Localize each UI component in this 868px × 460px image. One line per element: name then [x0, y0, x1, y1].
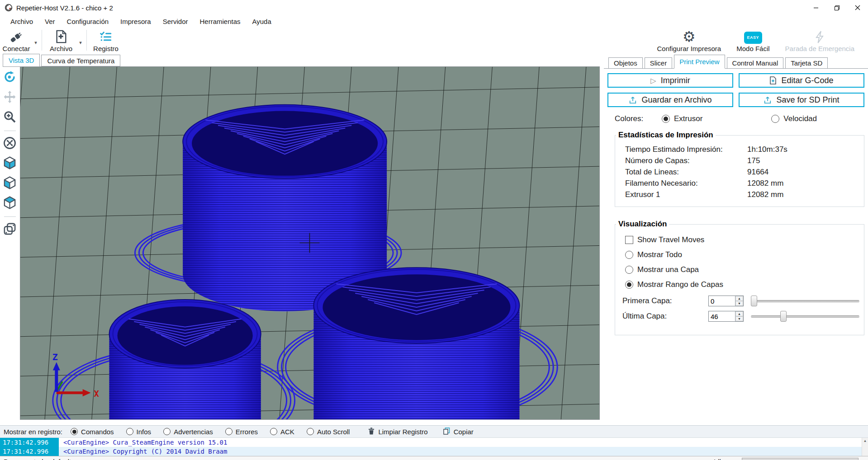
menu-servidor[interactable]: Servidor [157, 18, 194, 25]
mostrar-rango-radio[interactable] [625, 281, 633, 289]
log-filter-label: Mostrar en registro: [4, 428, 62, 436]
advertencias-radio[interactable] [163, 428, 171, 435]
close-button[interactable] [847, 0, 868, 15]
infos-radio[interactable] [126, 428, 133, 435]
tab-print-preview[interactable]: Print Preview [674, 55, 725, 69]
printer-state: Idle [714, 458, 725, 460]
auto-scroll-radio[interactable] [307, 428, 314, 435]
stat-value: 12082 mm [747, 178, 783, 189]
copy-log-button[interactable]: Copiar [443, 427, 474, 436]
menu-ver[interactable]: Ver [39, 18, 61, 25]
spin-up-icon[interactable]: ▲ [735, 296, 743, 301]
comandos-radio[interactable] [71, 428, 78, 435]
primera-capa-slider[interactable] [751, 295, 859, 307]
rotate-view-icon[interactable] [3, 70, 17, 86]
filter-comandos[interactable]: Comandos [71, 428, 114, 436]
log-output[interactable]: 17:31:42.996 <CuraEngine> Cura_SteamEngi… [0, 438, 868, 456]
toolbar-separator [86, 30, 87, 51]
ack-radio[interactable] [270, 428, 277, 435]
filter-ack[interactable]: ACK [270, 428, 294, 436]
log-row: 17:31:42.996 <CuraEngine> Cura_SteamEngi… [0, 438, 868, 447]
save-for-sd-button[interactable]: Save for SD Print [739, 93, 864, 107]
emergency-stop-button[interactable]: Parada de Emergencia [783, 28, 856, 52]
application-window: Repetier-Host V2.1.6 - chico + 2 Archivo… [0, 0, 868, 460]
copy-icon [443, 427, 450, 436]
save-to-file-button[interactable]: Guardar en Archivo [607, 93, 733, 107]
file-caret-down-icon[interactable]: ▾ [77, 40, 84, 53]
file-open-button[interactable]: Archivo [45, 28, 77, 52]
menu-impresora[interactable]: Impresora [114, 18, 157, 25]
stat-row: Número de Capas:175 [620, 155, 859, 166]
minimize-button[interactable] [806, 0, 826, 15]
title-bar: Repetier-Host V2.1.6 - chico + 2 [0, 0, 868, 15]
print-button[interactable]: ▷ Imprimir [607, 73, 733, 88]
errores-radio[interactable] [225, 428, 232, 435]
tab-tarjeta-sd[interactable]: Tarjeta SD [785, 57, 828, 68]
spin-down-icon[interactable]: ▼ [735, 316, 743, 321]
ultima-capa-slider[interactable] [751, 310, 859, 322]
print-object-left-cylinder [109, 300, 261, 419]
clear-log-button[interactable]: Limpiar Registro [368, 427, 427, 436]
tab-control-manual[interactable]: Control Manual [727, 57, 784, 68]
rail-separator [4, 131, 16, 131]
move-view-icon[interactable] [3, 90, 17, 106]
file-plus-icon [54, 29, 68, 44]
log-scrollbar[interactable]: ▴ [862, 438, 868, 456]
3d-viewport[interactable]: X Z [20, 66, 600, 420]
top-view-icon[interactable] [3, 196, 17, 211]
filter-errores[interactable]: Errores [225, 428, 258, 436]
preview-actions: ▷ Imprimir Editar G-Code Guardar en Arch… [607, 73, 864, 107]
isometric-view-icon[interactable] [3, 156, 17, 172]
show-travel-checkbox[interactable] [625, 236, 633, 244]
connect-caret-down-icon[interactable]: ▾ [33, 40, 39, 53]
spin-up-icon[interactable]: ▲ [735, 311, 743, 316]
connection-status: Desconectado: default [4, 458, 71, 460]
stat-row: Filamento Necesario:12082 mm [620, 178, 859, 189]
mostrar-una-capa-label: Mostrar una Capa [637, 265, 699, 274]
edit-gcode-button[interactable]: Editar G-Code [739, 73, 864, 88]
tab-vista-3d[interactable]: Vista 3D [3, 54, 40, 67]
visualization-title: Visualización [616, 220, 669, 229]
scroll-up-icon[interactable]: ▴ [864, 438, 866, 443]
tab-objetos[interactable]: Objetos [608, 57, 643, 68]
zoom-icon[interactable] [3, 110, 17, 126]
front-view-icon[interactable] [3, 176, 17, 192]
export-icon [764, 96, 772, 104]
tab-slicer[interactable]: Slicer [645, 57, 673, 68]
export-icon [629, 96, 637, 104]
menu-herramientas[interactable]: Herramientas [194, 18, 247, 25]
menu-archivo[interactable]: Archivo [5, 18, 39, 25]
gcode-file-icon [769, 76, 777, 84]
parallel-projection-icon[interactable] [3, 222, 17, 238]
filter-advertencias[interactable]: Advertencias [163, 428, 213, 436]
easy-mode-button[interactable]: EASY Modo Fácil [735, 28, 771, 52]
restore-button[interactable] [826, 0, 847, 15]
menu-configuracion[interactable]: Configuración [61, 18, 115, 25]
extrusor-radio[interactable] [662, 115, 670, 123]
log-timestamp: 17:31:42.996 [0, 447, 59, 456]
mostrar-todo-radio[interactable] [625, 251, 633, 259]
stat-value: 175 [747, 155, 760, 166]
primera-capa-stepper: ▲▼ [708, 296, 744, 306]
stat-row: Extrusor 112082 mm [620, 189, 859, 200]
checklist-icon [99, 29, 113, 44]
menu-ayuda[interactable]: Ayuda [247, 18, 277, 25]
ultima-capa-input[interactable] [709, 311, 735, 321]
filter-auto-scroll[interactable]: Auto Scroll [307, 428, 350, 436]
stat-row: Tiempo Estimado Impresión:1h:10m:37s [620, 144, 859, 155]
configure-printer-button[interactable]: ⚙ Configurar Impresora [655, 28, 723, 52]
filter-infos[interactable]: Infos [126, 428, 152, 436]
primera-capa-label: Primera Capa: [622, 296, 708, 305]
play-icon: ▷ [650, 76, 656, 85]
view-tabs: Vista 3D Curva de Temperatura [3, 54, 122, 66]
velocidad-radio[interactable] [771, 115, 779, 123]
connect-button[interactable]: Conectar [0, 28, 33, 52]
mostrar-una-capa-radio[interactable] [625, 266, 633, 274]
fit-view-icon[interactable] [3, 136, 17, 152]
right-panel: Objetos Slicer Print Preview Control Man… [604, 53, 868, 420]
spin-down-icon[interactable]: ▼ [735, 301, 743, 306]
toggle-log-button[interactable]: Registro [90, 28, 122, 52]
status-bar: Desconectado: default Idle [0, 456, 868, 460]
primera-capa-input[interactable] [709, 296, 735, 306]
tab-curva-temperatura[interactable]: Curva de Temperatura [41, 55, 120, 66]
